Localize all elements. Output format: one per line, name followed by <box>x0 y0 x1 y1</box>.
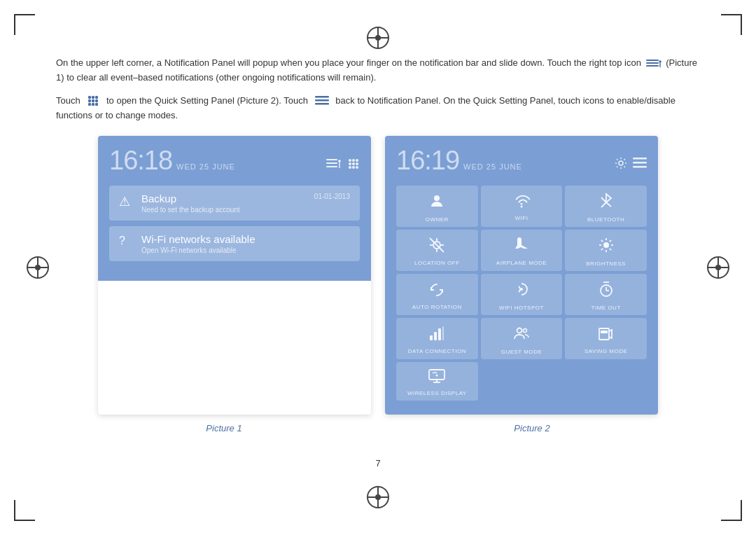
quick-item-hotspot[interactable]: WIFI HOTSPOT <box>481 274 563 315</box>
captions-row: Picture 1 Picture 2 <box>56 423 700 433</box>
guest-mode-icon <box>513 325 530 346</box>
menu-icon[interactable] <box>633 158 647 169</box>
svg-rect-61 <box>434 332 437 340</box>
svg-point-65 <box>523 328 526 332</box>
quick-time-left: 16:19 WED 25 JUNE <box>396 146 522 176</box>
corner-bracket-tr <box>721 14 742 35</box>
quick-header-icons <box>615 157 647 169</box>
svg-rect-60 <box>430 335 433 340</box>
compass-bottom-icon <box>367 486 389 508</box>
quick-item-timeout[interactable]: TIME OUT <box>565 274 647 315</box>
svg-line-53 <box>610 239 611 241</box>
bluetooth-icon <box>600 193 612 214</box>
notif-header-icons <box>326 158 360 170</box>
backup-warning-icon: ⚠ <box>119 194 133 209</box>
svg-point-30 <box>352 166 355 169</box>
timeout-icon <box>598 281 614 302</box>
quick-label-brightness: BRIGHTNESS <box>586 260 626 267</box>
auto-rotation-icon <box>428 282 445 301</box>
svg-rect-15 <box>315 99 329 102</box>
quick-item-bluetooth[interactable]: BLUETOOTH <box>565 186 647 227</box>
paragraph-1-text-pre: On the upper left corner, a Notification… <box>56 57 641 68</box>
svg-point-46 <box>603 242 609 248</box>
corner-bracket-br <box>721 500 742 521</box>
quick-settings-open-icon <box>85 94 102 109</box>
data-connection-icon <box>429 326 444 345</box>
quick-item-guest-mode[interactable]: GUEST MODE <box>481 318 563 359</box>
svg-point-31 <box>356 166 358 169</box>
svg-point-26 <box>349 162 351 165</box>
svg-rect-62 <box>438 328 441 340</box>
picture-1-caption: Picture 1 <box>206 423 241 433</box>
picture-2-screenshot: 16:19 WED 25 JUNE <box>385 136 658 415</box>
svg-point-25 <box>356 159 358 162</box>
quick-time-display: 16:19 <box>396 146 459 176</box>
notif-date-display: WED 25 JUNE <box>176 162 235 171</box>
notification-panel-icon <box>313 94 331 109</box>
quick-label-bluetooth: BLUETOOTH <box>587 216 624 223</box>
quick-item-location-off[interactable]: LOCATION OFF <box>396 230 478 271</box>
quick-settings-panel: 16:19 WED 25 JUNE <box>385 136 658 415</box>
quick-label-owner: OWNER <box>426 216 449 223</box>
svg-rect-19 <box>326 162 337 164</box>
quick-item-saving-mode[interactable]: SAVING MODE <box>565 318 647 359</box>
notif-item-wifi: ? Wi-Fi networks available Open Wi-Fi ne… <box>109 226 360 261</box>
location-off-icon <box>429 237 444 257</box>
svg-point-32 <box>619 161 623 165</box>
notification-clear-icon <box>646 56 662 71</box>
svg-point-5 <box>88 96 91 99</box>
quick-item-brightness[interactable]: BRIGHTNESS <box>565 230 647 271</box>
svg-rect-66 <box>599 328 609 340</box>
saving-mode-icon <box>598 326 615 345</box>
quick-item-wifi[interactable]: WIFI <box>481 186 563 227</box>
corner-bracket-bl <box>14 500 35 521</box>
quick-item-owner[interactable]: OWNER <box>396 186 478 227</box>
svg-rect-1 <box>646 62 659 64</box>
svg-line-39 <box>601 202 606 207</box>
quick-time-row: 16:19 WED 25 JUNE <box>396 146 647 176</box>
svg-rect-20 <box>326 166 337 167</box>
svg-point-71 <box>436 374 438 376</box>
compass-left-icon <box>27 256 49 279</box>
wifi-question-icon: ? <box>119 235 133 247</box>
svg-rect-35 <box>633 166 647 168</box>
notif-time-display: 16:18 <box>109 146 172 176</box>
svg-point-23 <box>349 159 351 162</box>
svg-point-11 <box>88 103 91 106</box>
svg-rect-2 <box>646 65 659 67</box>
svg-point-6 <box>92 96 94 99</box>
airplane-mode-icon <box>513 237 530 257</box>
wireless-display-icon <box>428 369 445 387</box>
quick-label-airplane: AIRPLANE MODE <box>496 260 547 266</box>
quick-date-display: WED 25 JUNE <box>463 162 522 171</box>
notif-wifi-title: Wi-Fi networks available <box>141 233 255 245</box>
quick-item-wireless-display[interactable]: WIRELESS DISPLAY <box>396 362 478 401</box>
notif-wifi-sub: Open Wi-Fi networks available <box>141 246 255 254</box>
svg-line-52 <box>610 248 611 249</box>
screenshots-container: 16:18 WED 25 JUNE <box>56 136 700 415</box>
picture-1-screenshot: 16:18 WED 25 JUNE <box>98 136 371 415</box>
notif-item-backup-text: Backup Need to set the backup account <box>141 193 240 214</box>
quick-settings-icon[interactable] <box>347 158 360 170</box>
notif-time-left: 16:18 WED 25 JUNE <box>109 146 235 176</box>
compass-right-icon <box>707 256 729 279</box>
quick-item-auto-rotation[interactable]: AUTO ROTATION <box>396 274 478 315</box>
quick-label-timeout: TIME OUT <box>592 305 621 311</box>
notification-panel: 16:18 WED 25 JUNE <box>98 136 371 281</box>
svg-point-7 <box>95 96 98 99</box>
svg-point-9 <box>92 99 94 102</box>
svg-rect-16 <box>315 103 329 105</box>
settings-gear-icon[interactable] <box>615 157 627 169</box>
notif-backup-title: Backup <box>141 193 240 204</box>
corner-bracket-tl <box>14 14 35 35</box>
quick-item-airplane[interactable]: AIRPLANE MODE <box>481 230 563 271</box>
clear-notifications-icon[interactable] <box>326 158 342 169</box>
owner-icon <box>428 193 445 214</box>
notif-backup-sub: Need to set the backup account <box>141 206 240 214</box>
svg-point-55 <box>520 288 523 291</box>
quick-item-data-connection[interactable]: DATA CONNECTION <box>396 318 478 359</box>
compass-top-icon <box>367 27 389 49</box>
main-content: On the upper left corner, a Notification… <box>56 56 700 479</box>
svg-point-8 <box>88 99 91 102</box>
svg-rect-0 <box>646 60 659 61</box>
